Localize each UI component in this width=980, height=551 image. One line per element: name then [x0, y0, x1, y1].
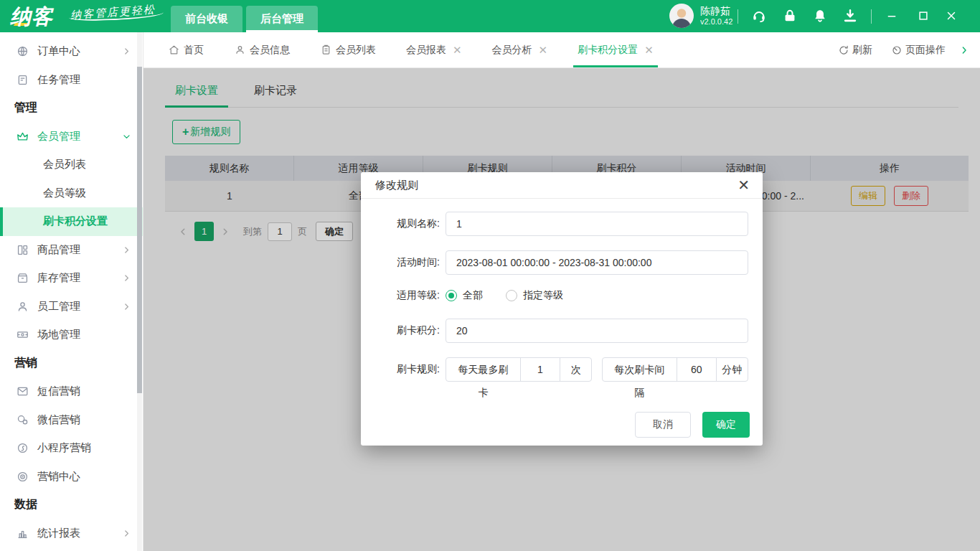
sidebar-group-manage: 管理: [0, 94, 143, 123]
modal-title: 修改规则: [375, 179, 418, 192]
sidebar-item-order-center[interactable]: 订单中心: [0, 37, 143, 66]
daily-max-swipes-group: 每天最多刷卡 次: [446, 357, 592, 382]
sidebar-scrollbar-thumb[interactable]: [137, 67, 142, 393]
lock-icon[interactable]: [782, 8, 798, 24]
chevron-right-icon[interactable]: [958, 44, 970, 56]
marketing-center-target-icon: [16, 470, 29, 484]
modal-body: 规则名称: 活动时间: 适用等级: 全部 指定等级 刷卡积分:: [361, 199, 763, 382]
header-divider: [871, 9, 872, 24]
chevron-down-icon: [122, 132, 131, 141]
radio-all-levels-label[interactable]: 全部: [463, 289, 483, 302]
goods-manage-icon: [16, 243, 29, 257]
wechat-marketing-icon: [16, 413, 29, 427]
card-points-label: 刷卡积分:: [380, 324, 440, 337]
tab-label: 会员列表: [336, 44, 376, 57]
close-tab-icon[interactable]: ✕: [453, 44, 462, 55]
sidebar-nav: 订单中心 任务管理 管理 会员管理 会员列表 会员等级 刷卡积分设置 商品管理 …: [0, 32, 143, 551]
sidebar-item-goods-manage[interactable]: 商品管理: [0, 236, 143, 265]
avatar[interactable]: [669, 4, 694, 28]
sidebar-item-label: 会员管理: [37, 130, 80, 143]
page-operations-button[interactable]: 页面操作: [891, 44, 946, 57]
tab-label: 会员分析: [492, 44, 532, 57]
sidebar-item-label: 场地管理: [37, 328, 80, 342]
sidebar-item-task-manage[interactable]: 任务管理: [0, 66, 143, 95]
tab-member-analysis[interactable]: 会员分析 ✕: [492, 32, 548, 67]
sidebar-subitem-card-points-settings[interactable]: 刷卡积分设置: [0, 207, 143, 236]
daily-max-swipes-unit: 次: [560, 357, 592, 382]
nav-backend-manage-button[interactable]: 后台管理: [246, 6, 318, 32]
user-block[interactable]: 陈静茹 v2.0.0.42: [669, 4, 732, 28]
sidebar-item-label: 小程序营销: [37, 441, 91, 455]
chevron-right-icon: [122, 273, 131, 283]
radio-specified-levels-label[interactable]: 指定等级: [523, 289, 563, 302]
chevron-right-icon: [122, 245, 131, 255]
tab-label: 刷卡积分设置: [578, 44, 638, 57]
workspace-tabs: 首页 会员信息 会员列表 会员报表 ✕ 会员分析 ✕ 刷卡积分设置 ✕: [143, 32, 684, 67]
field-card-rule: 刷卡规则: 每天最多刷卡 次 每次刷卡间隔 分钟: [380, 357, 748, 382]
home-icon: [168, 44, 180, 56]
sidebar-item-miniprogram-marketing[interactable]: 小程序营销: [0, 434, 143, 463]
confirm-button[interactable]: 确定: [702, 412, 750, 438]
close-modal-icon[interactable]: ✕: [738, 178, 750, 192]
order-center-icon: [16, 44, 29, 58]
daily-max-swipes-prefix: 每天最多刷卡: [446, 357, 521, 382]
inventory-manage-icon: [16, 271, 29, 285]
sidebar-item-wechat-marketing[interactable]: 微信营销: [0, 406, 143, 435]
apply-level-label: 适用等级:: [380, 289, 440, 302]
radio-all-levels[interactable]: [446, 290, 457, 301]
radio-specified-levels[interactable]: [506, 290, 517, 301]
sidebar-item-staff-manage[interactable]: 员工管理: [0, 293, 143, 321]
daily-max-swipes-input[interactable]: [520, 357, 560, 382]
activity-time-input[interactable]: [446, 250, 748, 275]
close-tab-icon[interactable]: ✕: [539, 44, 548, 55]
minimize-button[interactable]: [885, 9, 898, 22]
modal-footer: 取消 确定: [635, 412, 750, 438]
sidebar-item-stats-report[interactable]: 统计报表: [0, 519, 143, 548]
app-logo: 纳客: [10, 3, 53, 32]
customer-service-icon[interactable]: [751, 8, 767, 24]
sidebar-item-sms-marketing[interactable]: 短信营销: [0, 377, 143, 406]
swipe-interval-input[interactable]: [677, 357, 717, 382]
rule-name-input[interactable]: [446, 212, 748, 236]
sidebar-subitem-member-level[interactable]: 会员等级: [0, 179, 143, 208]
tab-label: 会员信息: [250, 44, 290, 57]
tabbar-actions: 刷新 页面操作: [819, 32, 980, 67]
sidebar-item-partial[interactable]: [0, 547, 143, 551]
refresh-label: 刷新: [852, 44, 872, 57]
sidebar-item-venue-manage[interactable]: 场地管理: [0, 321, 143, 349]
swipe-interval-unit: 分钟: [716, 357, 748, 382]
tab-member-list[interactable]: 会员列表: [320, 32, 376, 67]
sidebar-item-label: 库存管理: [37, 271, 80, 285]
main-content: 刷卡设置 刷卡记录 + 新增规则 规则名称 适用等级 刷卡规则 刷卡积分 活动时…: [143, 68, 980, 551]
sidebar-item-label: 短信营销: [37, 385, 80, 398]
maximize-button[interactable]: [917, 9, 930, 22]
cancel-button[interactable]: 取消: [635, 412, 691, 438]
close-window-button[interactable]: [945, 9, 958, 22]
field-rule-name: 规则名称:: [380, 212, 748, 236]
card-points-input[interactable]: [446, 319, 748, 343]
venue-manage-icon: [16, 328, 29, 342]
refresh-button[interactable]: 刷新: [838, 44, 872, 57]
sidebar-item-member-manage[interactable]: 会员管理: [0, 123, 143, 151]
sidebar-item-label: 任务管理: [37, 73, 80, 87]
staff-manage-icon: [16, 300, 29, 314]
rule-name-label: 规则名称:: [380, 217, 440, 230]
download-icon[interactable]: [842, 8, 858, 24]
header-divider: [738, 9, 738, 24]
field-apply-level: 适用等级: 全部 指定等级: [380, 289, 748, 302]
tab-card-points-settings[interactable]: 刷卡积分设置 ✕: [578, 32, 654, 67]
sidebar-scrollbar[interactable]: [137, 32, 142, 551]
close-tab-icon[interactable]: ✕: [644, 44, 654, 55]
tab-member-info[interactable]: 会员信息: [234, 32, 290, 67]
nav-front-cashier-button[interactable]: 前台收银: [171, 6, 242, 32]
page-operations-label: 页面操作: [905, 44, 946, 57]
sidebar-item-marketing-center[interactable]: 营销中心: [0, 463, 143, 491]
bell-icon[interactable]: [812, 8, 828, 24]
sidebar-item-inventory-manage[interactable]: 库存管理: [0, 264, 143, 293]
tab-member-report[interactable]: 会员报表 ✕: [406, 32, 462, 67]
sidebar-group-data: 数据: [0, 491, 143, 519]
sidebar-item-label: 商品管理: [37, 243, 80, 257]
tab-home[interactable]: 首页: [168, 32, 204, 67]
sidebar-subitem-member-list[interactable]: 会员列表: [0, 151, 143, 179]
swipe-interval-group: 每次刷卡间隔 分钟: [602, 357, 748, 382]
